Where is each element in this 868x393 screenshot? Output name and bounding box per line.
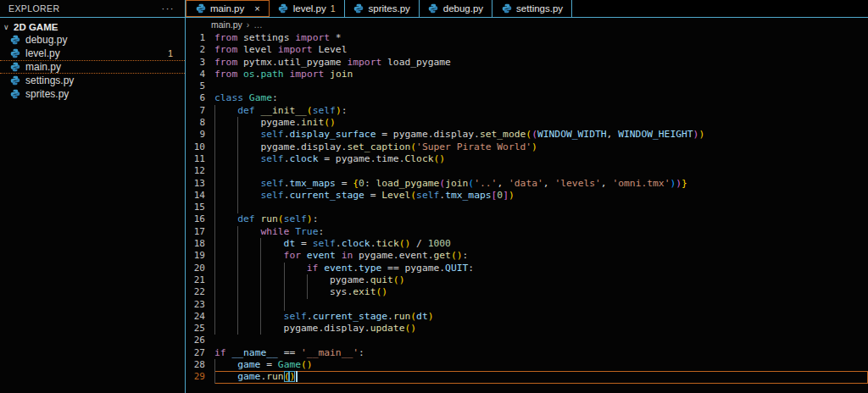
token: : — [364, 178, 376, 189]
code-line-12[interactable]: 12 — [186, 165, 868, 177]
token: Game — [278, 359, 301, 370]
token: = — [260, 359, 277, 370]
code-line-7[interactable]: 7def __init__(self): — [186, 105, 868, 117]
code-line-21[interactable]: 21pygame.quit() — [186, 274, 868, 286]
token: import — [278, 44, 313, 55]
code-line-2[interactable]: 2from level import Level — [186, 44, 868, 56]
code-line-22[interactable]: 22sys.exit() — [186, 286, 868, 298]
line-number: 9 — [186, 129, 205, 141]
code-text: class Game: — [214, 92, 868, 104]
tab-debug-py[interactable]: debug.py — [420, 0, 492, 17]
token: 'Super Pirate World' — [416, 141, 531, 152]
indent-guide — [214, 190, 237, 202]
line-number: 16 — [186, 213, 205, 225]
code-line-6[interactable]: 6class Game: — [186, 92, 868, 104]
close-icon[interactable]: × — [254, 3, 259, 14]
explorer-sidebar: EXPLORER ··· ∨ 2D GAME debug.pylevel.py1… — [0, 0, 186, 393]
code-line-25[interactable]: 25pygame.display.update() — [186, 323, 868, 335]
code-line-13[interactable]: 13self.tmx_maps = {0: load_pygame(join('… — [186, 178, 868, 190]
code-text: self.tmx_maps = {0: load_pygame(join('..… — [214, 178, 868, 190]
python-icon — [195, 3, 206, 14]
tab-level-py[interactable]: level.py1 — [270, 0, 345, 17]
code-line-18[interactable]: 18dt = self.clock.tick() / 1000 — [186, 238, 868, 250]
code-line-9[interactable]: 9self.display_surface = pygame.display.s… — [186, 129, 868, 141]
breadcrumb[interactable]: main.py › … — [186, 18, 868, 30]
code-line-16[interactable]: 16def run(self): — [186, 213, 868, 225]
file-item-main[interactable]: main.py — [0, 60, 185, 74]
token: import — [295, 32, 330, 43]
tab-label: sprites.py — [369, 3, 410, 14]
tab-bar: main.py×level.py1sprites.pydebug.pysetti… — [186, 0, 868, 18]
breadcrumb-file[interactable]: main.py — [211, 19, 242, 30]
line-number: 17 — [186, 226, 205, 238]
line-number: 10 — [186, 141, 205, 153]
token: pygame.event. — [353, 250, 433, 261]
token: QUIT — [445, 263, 468, 274]
code-line-20[interactable]: 20if event.type == pygame.QUIT: — [186, 263, 868, 274]
line-number: 27 — [186, 347, 205, 359]
token: WINDOW_WIDTH — [537, 129, 607, 140]
indent-guide — [260, 263, 283, 274]
code-line-19[interactable]: 19for event in pygame.event.get(): — [186, 250, 868, 262]
vscode-window: EXPLORER ··· ∨ 2D GAME debug.pylevel.py1… — [0, 0, 868, 393]
code-line-8[interactable]: 8pygame.init() — [186, 117, 868, 129]
token: level — [237, 44, 278, 55]
code-editor[interactable]: 1from settings import *2from level impor… — [186, 30, 868, 393]
file-item-sprites[interactable]: sprites.py — [0, 87, 185, 101]
code-line-27[interactable]: 27if __name__ == '__main__': — [186, 347, 868, 359]
indent-guide — [214, 153, 237, 165]
line-number: 24 — [186, 311, 205, 323]
file-item-debug[interactable]: debug.py — [0, 33, 185, 47]
tab-sprites-py[interactable]: sprites.py — [345, 0, 420, 17]
file-item-level[interactable]: level.py1 — [0, 47, 185, 60]
code-line-4[interactable]: 4from os.path import join — [186, 69, 868, 80]
code-line-23[interactable]: 23 — [186, 299, 868, 311]
breadcrumb-rest[interactable]: … — [253, 19, 263, 30]
token: class — [214, 92, 243, 103]
folder-root[interactable]: ∨ 2D GAME — [0, 20, 185, 33]
code-text: if __name__ == '__main__': — [214, 347, 868, 359]
line-number: 5 — [186, 80, 205, 92]
token: event — [324, 263, 353, 274]
file-item-settings[interactable]: settings.py — [0, 74, 185, 87]
code-line-14[interactable]: 14self.current_stage = Level(self.tmx_ma… — [186, 190, 868, 202]
code-line-24[interactable]: 24self.current_stage.run(dt) — [186, 311, 868, 323]
token: sys. — [330, 286, 353, 297]
code-line-5[interactable]: 5 — [186, 80, 868, 92]
token: run — [393, 311, 410, 322]
token: ) — [531, 141, 537, 152]
code-line-17[interactable]: 17while True: — [186, 226, 868, 238]
code-line-26[interactable]: 26 — [186, 335, 868, 346]
code-line-1[interactable]: 1from settings import * — [186, 32, 868, 44]
token: * — [330, 32, 342, 43]
token — [301, 250, 307, 261]
token: __name__ — [231, 347, 277, 358]
line-number: 13 — [186, 178, 205, 190]
code-line-28[interactable]: 28game = Game() — [186, 359, 868, 371]
file-name: level.py — [25, 47, 168, 59]
more-actions-icon[interactable]: ··· — [162, 3, 175, 14]
indent-guide — [214, 286, 237, 298]
indent-guide — [237, 274, 260, 286]
indent-guide — [307, 274, 330, 286]
line-number: 15 — [186, 202, 205, 213]
code-line-29[interactable]: 29game.run() — [186, 371, 868, 383]
token: self — [284, 311, 307, 322]
line-number: 12 — [186, 165, 205, 177]
tab-main-py[interactable]: main.py× — [186, 0, 270, 17]
token: () — [399, 238, 411, 249]
token: run — [260, 213, 277, 224]
code-text: game.run() — [214, 371, 868, 383]
token: game — [237, 371, 260, 382]
line-number: 29 — [186, 371, 205, 383]
code-line-11[interactable]: 11self.clock = pygame.time.Clock() — [186, 153, 868, 165]
token: for — [284, 250, 301, 261]
code-line-3[interactable]: 3from pytmx.util_pygame import load_pyga… — [186, 57, 868, 69]
token — [336, 250, 342, 261]
code-line-15[interactable]: 15 — [186, 202, 868, 213]
tab-settings-py[interactable]: settings.py — [492, 0, 572, 17]
indent-guide — [237, 323, 260, 335]
token: self — [313, 105, 336, 116]
code-line-10[interactable]: 10pygame.display.set_caption('Super Pira… — [186, 141, 868, 153]
code-text: self.display_surface = pygame.display.se… — [214, 129, 868, 141]
